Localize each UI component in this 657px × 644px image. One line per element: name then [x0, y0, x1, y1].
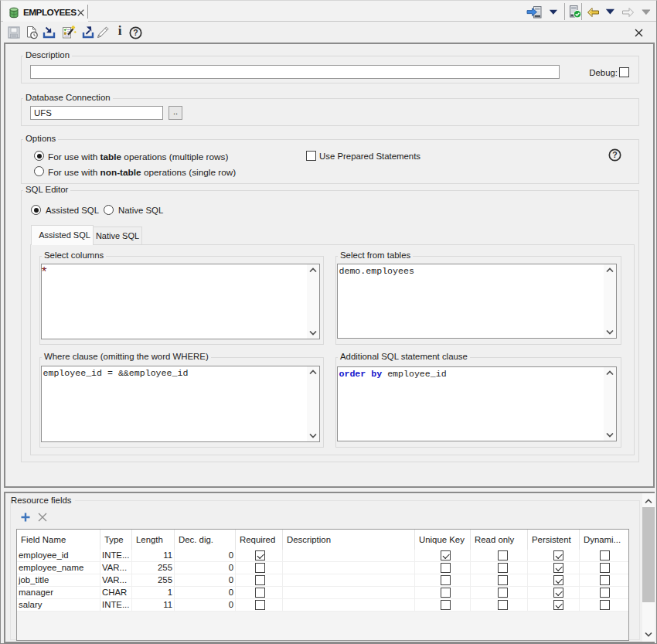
svg-text:?: ?	[133, 28, 138, 37]
svg-text:?: ?	[612, 150, 617, 159]
